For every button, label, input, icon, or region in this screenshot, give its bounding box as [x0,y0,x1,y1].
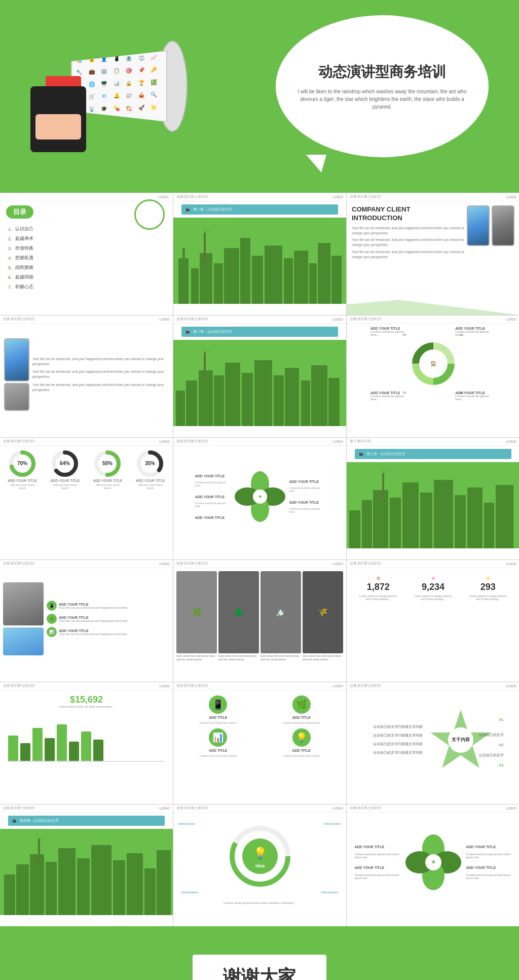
svg-rect-85 [91,845,112,915]
toc-item: 4.把握机遇 [8,255,165,261]
svg-rect-63 [390,498,401,548]
big-pinwheel-slide: 业务演示第七张幻灯 LOGO ADD YOUR TITLE Content wo… [347,804,519,926]
donut-4: 35% ADD YOUR TITLE Add text here lorem i… [135,450,166,489]
idea-diagram-slide: 业务演示第七张幻灯 LOGO Information Information 💡… [173,804,346,926]
client-text-1: Your life can be enhanced, and your happ… [352,226,465,236]
svg-text:Idea: Idea [255,863,265,868]
phone-text-2: Your life can be enhanced, and your happ… [32,369,169,379]
slide-header: 业务演示第七张幻灯 LOGO [0,682,173,690]
bar [93,740,103,761]
svg-rect-81 [30,854,44,915]
star-diagram-slide: 业务演示第七张幻灯 LOGO 认识自己的文字行段落文字内容 认识自己的文字行段落… [347,682,519,804]
city-teal-banner-2: 🎬 第二章：认识自己的文字 [181,327,338,337]
icon-item-4: 💡 ADD TITLE Content text here lorem ipsu… [262,728,342,757]
bar [8,736,18,761]
svg-text:35%: 35% [145,461,155,466]
cover-title: 动态演讲型商务培训 [318,62,446,82]
pinwheel-slide: 业务演示第七张幻灯 LOGO ADD YOUR TITLE Content wo… [173,438,346,559]
svg-rect-84 [77,858,90,915]
photo-item: 🌾 Gain when the cold winds blow and the … [303,571,343,661]
svg-rect-5 [214,263,223,304]
bar [32,728,43,761]
svg-text:70%: 70% [17,461,27,466]
svg-rect-60 [349,510,360,548]
toc-item: 6.超越同级 [8,274,165,281]
bar [45,738,55,761]
svg-rect-69 [484,503,494,548]
client-intro-slide: 业务演示第七张幻灯 LOGO COMPANY CLIENTINTRODUCTIO… [347,193,519,315]
svg-rect-1 [178,258,189,304]
price-display: $15,692 [4,694,169,705]
bar [57,724,67,761]
svg-rect-61 [362,500,372,548]
toc-title: 目录 [6,205,33,219]
slide-header: 业务演示第七张幻灯 LOGO [347,193,519,201]
city-teal-banner-3: 🎬 第三章：认识自己的文字 [355,449,511,459]
svg-rect-15 [204,233,206,263]
svg-rect-7 [240,238,250,304]
svg-rect-86 [113,860,125,915]
toc-item: 3.价值转换 [8,245,165,252]
svg-rect-25 [242,373,253,426]
slide-header: 业务演示第七张幻灯 LOGO [173,682,346,690]
big-pinwheel-svg: ★ [405,834,461,890]
svg-rect-3 [191,268,199,304]
donut-2: 64% ADD YOUR TITLE Add text here lorem i… [50,450,80,489]
svg-text:50%: 50% [102,461,113,466]
stat-2: 🌸 9,234 Lorem Ipsum is simply dummy text… [413,576,453,601]
svg-rect-6 [224,248,239,304]
icon-item-1: 📱 ADD TITLE Content text here lorem ipsu… [178,695,258,724]
slide-header: 业务演示第七张幻灯 LOGO [0,804,173,813]
svg-rect-32 [204,353,206,380]
svg-rect-87 [127,853,143,915]
photo-item: 🏔️ Gain when the cold winds blow and the… [261,571,301,661]
svg-rect-31 [328,378,340,426]
svg-rect-82 [46,862,57,915]
svg-rect-68 [467,487,483,548]
photo-grid-slide: 业务演示第七张幻灯 LOGO 🌿 Gain when the cold wind… [173,560,346,682]
city-teal-banner-4: 🎬 第四章：认识自己的文字 [8,816,165,826]
svg-rect-65 [420,493,432,548]
stat-1: 🏠 1,872 Lorem Ipsum is simply dummy text… [358,576,398,601]
svg-rect-71 [382,473,384,500]
photos-list-slide: 业务演示第七张幻灯 LOGO 📱 ADD YOUR TITLE Your [0,560,173,682]
slide-header: 业务演示第七张幻灯 LOGO [173,316,346,324]
city-slide-4: 业务演示第七张幻灯 LOGO 🎬 第四章：认识自己的文字 [0,804,173,926]
thankyou-slide: 📢 谢谢大家 [0,926,519,980]
svg-rect-29 [301,380,310,426]
slide-header: 业务演示第七张幻灯 LOGO [173,193,346,201]
slides-grid: LOGO 目录 1.认识自己 2.超越禅术 3.价值转换 4.把握机遇 5.战胜… [0,193,519,926]
thankyou-text: 谢谢大家 [193,955,326,981]
city-skyline-svg-3 [347,462,519,548]
star-diagram-svg: 支干内容 [428,707,494,773]
slide-header: 业务演示第七张幻灯 LOGO [173,438,346,446]
phone-text-3: Your life can be enhanced, and your happ… [32,382,169,393]
svg-text:🏠: 🏠 [430,360,437,367]
bar-money-slide: 业务演示第七张幻灯 LOGO $15,692 Lorem ipsum dolor… [0,682,173,804]
svg-rect-26 [254,360,272,426]
city-skyline-svg-2 [173,340,346,426]
svg-rect-10 [284,258,293,304]
slide-header: 业务演示第七张幻灯 LOGO [173,560,346,568]
city-slide-1: 业务演示第七张幻灯 LOGO 🎬 第一章：认识自己的文字 [173,193,346,315]
bar [81,731,91,761]
svg-rect-64 [402,482,419,548]
donut-1: 70% ADD YOUR TITLE Add text here lorem i… [7,450,38,489]
stats-slide: 业务演示第七张幻灯 LOGO 🏠 1,872 Lorem Ipsum is si… [347,560,519,682]
svg-rect-66 [434,480,453,548]
client-text-3: Your life can be enhanced, and your happ… [352,250,465,260]
toc-item: 7.积极心态 [8,284,165,290]
svg-rect-13 [318,243,330,304]
photo-item: 🌿 Gain when the cold winds blow and the … [176,571,217,661]
svg-rect-89 [157,850,171,915]
icon-item-2: 🌿 ADD TITLE Content text here lorem ipsu… [262,695,342,724]
svg-rect-30 [311,365,327,426]
toc-slide: LOGO 目录 1.认识自己 2.超越禅术 3.价值转换 4.把握机遇 5.战胜… [0,193,173,315]
toc-item: 5.战胜困难 [8,264,165,271]
speech-bubble: 动态演讲型商务培训 I will be liken to the raindro… [276,15,489,157]
pinwheel-svg: ★ [235,471,285,522]
toc-item: 2.超越禅术 [8,235,165,242]
svg-rect-8 [252,256,263,304]
svg-rect-12 [309,263,317,304]
circle-diagram-svg: 🏠 [408,338,459,389]
